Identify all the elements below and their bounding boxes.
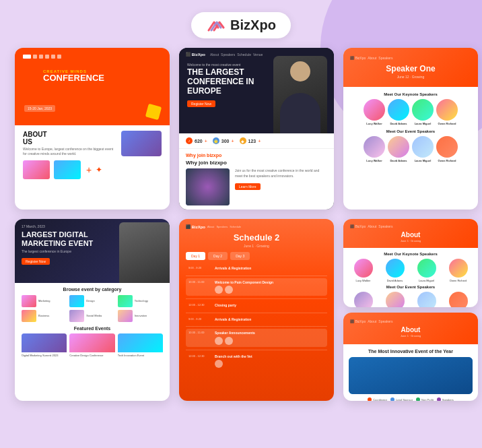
category-item: Technology <box>118 295 163 307</box>
card-creative-minds: Creative Minds CONFERENCE 15-20 Jan, 202… <box>15 48 170 210</box>
nav-item <box>57 55 61 59</box>
card-1-date-badge: 15-20 Jan, 2023 <box>24 105 55 112</box>
sched-time: 9:00 - 9:20 <box>188 317 212 321</box>
cat-thumb <box>118 310 133 322</box>
speaker-avatar <box>412 99 434 121</box>
c5-nav-about: About <box>207 225 214 228</box>
sched-event-name: Branch out with the Vet <box>215 354 324 359</box>
c6-nav-2: Speakers <box>378 224 392 228</box>
sched-time: 9:00 - 9:20 <box>188 266 212 269</box>
keynote-grid: Lucy Walker David Adams Laura Miguel Owe… <box>349 259 473 282</box>
bizxpo-logo-icon <box>206 18 225 33</box>
audience-bg <box>186 168 230 205</box>
spk-avatar <box>354 259 373 278</box>
cat-thumb <box>22 295 36 307</box>
plus-icon: + <box>86 164 92 175</box>
speaker-icon: ♪ <box>186 137 193 144</box>
sched-time: 12:00 - 12:30 <box>188 303 212 307</box>
sched-content: Arrivals & Registration <box>215 317 324 322</box>
event-image <box>186 168 230 205</box>
speaker-item: David Adams <box>388 99 409 125</box>
sched-divider <box>186 350 327 350</box>
nav-item <box>33 55 37 59</box>
card-3-sub: June 12 · Growing <box>350 75 471 79</box>
c6-sub: June 1 · Growing <box>350 239 471 243</box>
c6-nav: ⬛ BizXpo About Speakers <box>350 224 471 228</box>
sched-speakers <box>215 360 324 368</box>
schedule-tab-day3[interactable]: Day 3 <box>230 252 250 260</box>
category-grid: Marketing Design Technology Business Soc… <box>22 295 163 322</box>
featured-item: Digital Marketing Summit 2023 <box>22 333 67 357</box>
card-1-title-block: Creative Minds CONFERENCE <box>43 69 104 83</box>
card-4-hero: 17 March, 2023 Largest Digital Marketing… <box>15 219 170 283</box>
card-col-3: ⬛ BizXpo About Speakers About June 1 · G… <box>343 219 478 401</box>
c5-nav-speakers: Speakers <box>216 225 228 228</box>
sched-content: Speaker Announcements <box>215 331 324 345</box>
nav-item <box>23 55 31 59</box>
speaker-avatar <box>412 136 434 158</box>
card-2-logo: ⬛ BizXpo <box>186 52 205 57</box>
sched-content: Arrivals & Registration <box>215 266 324 271</box>
nav-item <box>39 55 43 59</box>
spk-avatar <box>449 259 468 278</box>
about-desc: Welcome to Europe, largest conference on… <box>23 147 116 156</box>
sponsor-icon: ⭐ <box>213 137 219 144</box>
card-2-hero-text: Welcome to the most creative event THE L… <box>187 63 275 108</box>
spk-name: Laura Miguel <box>412 279 441 282</box>
card-2-register-btn[interactable]: Register Now <box>187 100 215 107</box>
speaker-item: David Adams <box>388 136 409 162</box>
speaker-name: Laura Miguel <box>412 159 434 162</box>
logo-pill: BizXpo <box>191 12 291 38</box>
card-1-main-title: CONFERENCE <box>43 73 104 83</box>
sched-time: 10:30 - 11:00 <box>188 331 212 334</box>
nav-about: About <box>210 53 219 57</box>
person-head <box>290 61 310 82</box>
speaker-item: Lucy Walker <box>364 136 385 162</box>
sched-event-name: Arrivals & Registration <box>215 317 324 322</box>
c3-logo: ⬛ BizXpo <box>350 56 366 60</box>
speaker-avatar <box>436 99 458 121</box>
event-speakers-row: Lucy Walker David Adams Laura Miguel Owe… <box>349 136 473 162</box>
schedule-item: 10:30 - 11:00 Welcome to Pain Component … <box>186 278 327 296</box>
sched-event-name: Welcome to Pain Component Design <box>215 280 324 285</box>
card-4-bottom: Browse event by category Marketing Desig… <box>15 283 170 401</box>
c7-title: About <box>350 326 471 333</box>
about-image <box>121 131 162 156</box>
card-4-register-btn[interactable]: Register Now <box>22 258 50 265</box>
spk-avatar <box>449 292 468 307</box>
stat-events: ◆ 123 + <box>240 137 261 144</box>
sched-avatar <box>215 360 223 368</box>
featured-title: Featured Events <box>22 326 163 331</box>
speaker-name: David Adams <box>388 159 409 162</box>
schedule-item: 12:00 - 12:30 Closing party <box>186 301 327 310</box>
cat-thumb <box>69 310 84 322</box>
sched-content: Branch out with the Vet <box>215 354 324 369</box>
speaker-item: Laura Miguel <box>412 136 434 162</box>
card-digital-marketing: 17 March, 2023 Largest Digital Marketing… <box>15 219 170 401</box>
legend-label: Lead Sponsor <box>396 398 413 401</box>
featured-item: Tech Innovation Event <box>118 333 163 357</box>
card-1-nav <box>23 55 162 59</box>
stats-row: ♪ 620 + ⭐ 300 + ◆ 123 + <box>179 133 334 149</box>
cat-label: Innovation <box>135 314 147 317</box>
card-about-bottom: ⬛ BizXpo About Speakers About June 1 · G… <box>343 313 478 401</box>
card-4-sub: The largest conference in Europe <box>22 249 163 253</box>
legend-dot <box>368 397 372 401</box>
about-title: ABOUTUS <box>23 131 116 146</box>
innovative-title: The Most Innovative Event of the Year <box>349 348 473 354</box>
speaker-item: Laura Miguel <box>412 99 434 125</box>
spk-name: David Adams <box>380 279 409 282</box>
spk-avatar <box>354 292 373 307</box>
schedule-tab-day2[interactable]: Day 2 <box>208 252 228 260</box>
card-2-pre: Welcome to the most creative event <box>187 63 275 67</box>
c7-nav-1: About <box>368 319 376 323</box>
c6-title: About <box>350 231 471 238</box>
card-6-header: ⬛ BizXpo About Speakers About June 1 · G… <box>343 219 478 248</box>
c5-nav-schedule: Schedule <box>230 225 241 228</box>
spk-avatar <box>386 292 405 307</box>
learn-more-btn[interactable]: Learn More <box>235 183 261 190</box>
card-speaker-one: ⬛ BizXpo About Speakers Speaker One June… <box>343 48 478 210</box>
schedule-tab-day1[interactable]: Day 1 <box>186 252 205 260</box>
speaker-item: Lucy Walker <box>364 99 385 125</box>
spk-item: David Adams <box>380 292 409 307</box>
